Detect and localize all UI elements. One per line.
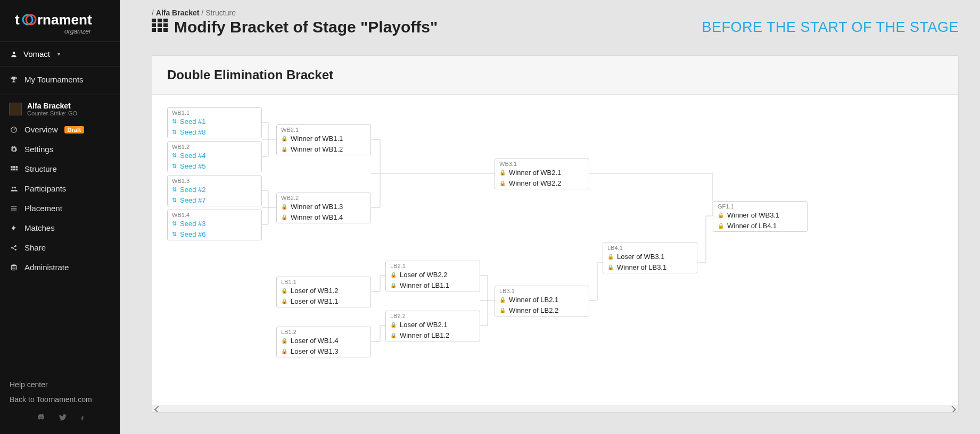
locked-slot: 🔒Winner of LB4.1 bbox=[713, 221, 807, 231]
swap-icon: ⇅ bbox=[172, 186, 177, 193]
nav-label: Settings bbox=[24, 145, 53, 154]
locked-slot: 🔒Winner of WB1.4 bbox=[277, 212, 370, 223]
users-icon bbox=[10, 185, 18, 193]
main-content: / Alfa Bracket / Structure Modify Bracke… bbox=[120, 0, 980, 434]
nav-label: Matches bbox=[24, 223, 55, 232]
seed-slot[interactable]: ⇅Seed #6 bbox=[168, 229, 261, 240]
nav-administrate[interactable]: Administrate bbox=[0, 257, 120, 277]
seed-slot[interactable]: ⇅Seed #2 bbox=[168, 185, 261, 195]
twitter-icon[interactable] bbox=[58, 413, 68, 425]
tournament-thumb bbox=[9, 103, 22, 115]
match-wb3-1[interactable]: WB3.1 🔒Winner of WB2.1 🔒Winner of WB2.2 bbox=[495, 158, 589, 189]
facebook-icon[interactable] bbox=[79, 413, 85, 425]
svg-rect-26 bbox=[163, 23, 168, 27]
nav-participants[interactable]: Participants bbox=[0, 179, 120, 198]
match-lb4-1[interactable]: LB4.1 🔒Loser of WB3.1 🔒Winner of LB3.1 bbox=[603, 243, 697, 273]
nav-settings[interactable]: Settings bbox=[0, 139, 120, 159]
match-wb1-3[interactable]: WB1.3 ⇅Seed #2 ⇅Seed #7 bbox=[167, 176, 262, 206]
locked-slot: 🔒Loser of WB1.2 bbox=[277, 286, 370, 296]
nav-my-tournaments[interactable]: My Tournaments bbox=[0, 70, 120, 89]
nav-label: Placement bbox=[24, 204, 62, 213]
svg-rect-8 bbox=[16, 166, 18, 168]
match-lb1-1[interactable]: LB1.1 🔒Loser of WB1.2 🔒Loser of WB1.1 bbox=[276, 277, 371, 307]
sidebar: t rnament organizer Vomact ▾ My Tourname… bbox=[0, 0, 120, 434]
gear-icon bbox=[10, 146, 18, 153]
swap-icon: ⇅ bbox=[172, 118, 177, 125]
locked-slot: 🔒Winner of WB2.1 bbox=[495, 168, 589, 178]
lock-icon: 🔒 bbox=[281, 348, 287, 354]
seed-slot[interactable]: ⇅Seed #5 bbox=[168, 161, 261, 172]
lock-icon: 🔒 bbox=[390, 272, 397, 278]
nav-structure[interactable]: Structure bbox=[0, 159, 120, 179]
match-wb1-1[interactable]: WB1.1 ⇅Seed #1 ⇅Seed #8 bbox=[167, 107, 262, 138]
lock-icon: 🔒 bbox=[390, 332, 397, 338]
horizontal-scrollbar[interactable] bbox=[152, 405, 958, 412]
breadcrumb: / Alfa Bracket / Structure bbox=[152, 9, 959, 17]
nav-placement[interactable]: Placement bbox=[0, 198, 120, 218]
svg-rect-27 bbox=[152, 28, 156, 32]
match-lb2-1[interactable]: LB2.1 🔒Loser of WB2.2 🔒Winner of LB1.1 bbox=[385, 261, 480, 291]
svg-point-4 bbox=[13, 52, 15, 54]
breadcrumb-link[interactable]: Alfa Bracket bbox=[156, 9, 200, 17]
nav-label: Overview bbox=[24, 125, 58, 134]
svg-rect-9 bbox=[11, 168, 13, 170]
nav-label: Structure bbox=[24, 164, 57, 173]
seed-slot[interactable]: ⇅Seed #1 bbox=[168, 116, 261, 127]
seed-slot[interactable]: ⇅Seed #4 bbox=[168, 151, 261, 161]
bracket-grid-icon bbox=[152, 19, 168, 36]
lock-icon: 🔒 bbox=[281, 214, 287, 220]
svg-rect-23 bbox=[163, 19, 168, 22]
tournament-game: Counter-Strike: GO bbox=[27, 110, 77, 116]
match-lb2-2[interactable]: LB2.2 🔒Loser of WB2.1 🔒Winner of LB1.2 bbox=[385, 311, 480, 341]
lock-icon: 🔒 bbox=[499, 170, 506, 176]
nav-overview[interactable]: Overview Draft bbox=[0, 120, 120, 139]
seed-slot[interactable]: ⇅Seed #8 bbox=[168, 127, 261, 138]
page-header: / Alfa Bracket / Structure Modify Bracke… bbox=[120, 0, 980, 43]
nav-matches[interactable]: Matches bbox=[0, 218, 120, 238]
nav-label: My Tournaments bbox=[24, 75, 84, 84]
svg-rect-29 bbox=[163, 28, 168, 32]
locked-slot: 🔒Winner of LB2.1 bbox=[495, 295, 589, 305]
seed-slot[interactable]: ⇅Seed #3 bbox=[168, 219, 261, 229]
match-id: WB1.1 bbox=[168, 108, 261, 116]
match-lb3-1[interactable]: LB3.1 🔒Winner of LB2.1 🔒Winner of LB2.2 bbox=[495, 286, 589, 316]
match-id: LB4.1 bbox=[603, 243, 697, 252]
current-tournament[interactable]: Alfa Bracket Counter-Strike: GO bbox=[0, 97, 120, 120]
match-gf1-1[interactable]: GF1.1 🔒Winner of WB3.1 🔒Winner of LB4.1 bbox=[713, 201, 808, 232]
match-wb2-1[interactable]: WB2.1 🔒Winner of WB1.1 🔒Winner of WB1.2 bbox=[276, 124, 371, 155]
match-wb1-2[interactable]: WB1.2 ⇅Seed #4 ⇅Seed #5 bbox=[167, 141, 262, 172]
svg-point-12 bbox=[12, 186, 14, 188]
bolt-icon bbox=[10, 224, 18, 232]
bracket-scroll-area[interactable]: WB1.1 ⇅Seed #1 ⇅Seed #8 WB1.2 ⇅Seed #4 ⇅… bbox=[152, 95, 958, 405]
svg-text:t: t bbox=[15, 12, 20, 28]
match-id: WB1.2 bbox=[168, 142, 261, 151]
locked-slot: 🔒Loser of WB1.1 bbox=[277, 296, 370, 307]
lock-icon: 🔒 bbox=[499, 180, 506, 186]
share-icon bbox=[10, 244, 18, 252]
back-link[interactable]: Back to Toornament.com bbox=[10, 392, 110, 407]
match-wb2-2[interactable]: WB2.2 🔒Winner of WB1.3 🔒Winner of WB1.4 bbox=[276, 193, 371, 223]
discord-icon[interactable] bbox=[36, 413, 46, 425]
seed-slot[interactable]: ⇅Seed #7 bbox=[168, 195, 261, 206]
svg-rect-22 bbox=[158, 19, 162, 22]
logo-subtitle: organizer bbox=[11, 28, 109, 35]
match-id: WB2.1 bbox=[277, 125, 370, 133]
svg-rect-25 bbox=[158, 23, 162, 27]
match-id: WB2.2 bbox=[277, 193, 370, 202]
locked-slot: 🔒Loser of WB1.3 bbox=[277, 346, 370, 357]
nav-share[interactable]: Share bbox=[0, 238, 120, 257]
user-menu[interactable]: Vomact ▾ bbox=[0, 41, 120, 66]
stage-status: BEFORE THE START OF THE STAGE bbox=[702, 19, 959, 36]
match-wb1-4[interactable]: WB1.4 ⇅Seed #3 ⇅Seed #6 bbox=[167, 210, 262, 240]
grid-icon bbox=[10, 165, 18, 173]
swap-icon: ⇅ bbox=[172, 152, 177, 159]
locked-slot: 🔒Winner of LB1.2 bbox=[386, 330, 480, 341]
lock-icon: 🔒 bbox=[281, 298, 287, 304]
svg-text:rnament: rnament bbox=[37, 12, 92, 28]
swap-icon: ⇅ bbox=[172, 197, 177, 204]
swap-icon: ⇅ bbox=[172, 163, 177, 170]
match-lb1-2[interactable]: LB1.2 🔒Loser of WB1.4 🔒Loser of WB1.3 bbox=[276, 327, 371, 357]
locked-slot: 🔒Winner of WB1.1 bbox=[277, 133, 370, 144]
help-link[interactable]: Help center bbox=[10, 377, 110, 392]
locked-slot: 🔒Loser of WB2.2 bbox=[386, 270, 480, 280]
